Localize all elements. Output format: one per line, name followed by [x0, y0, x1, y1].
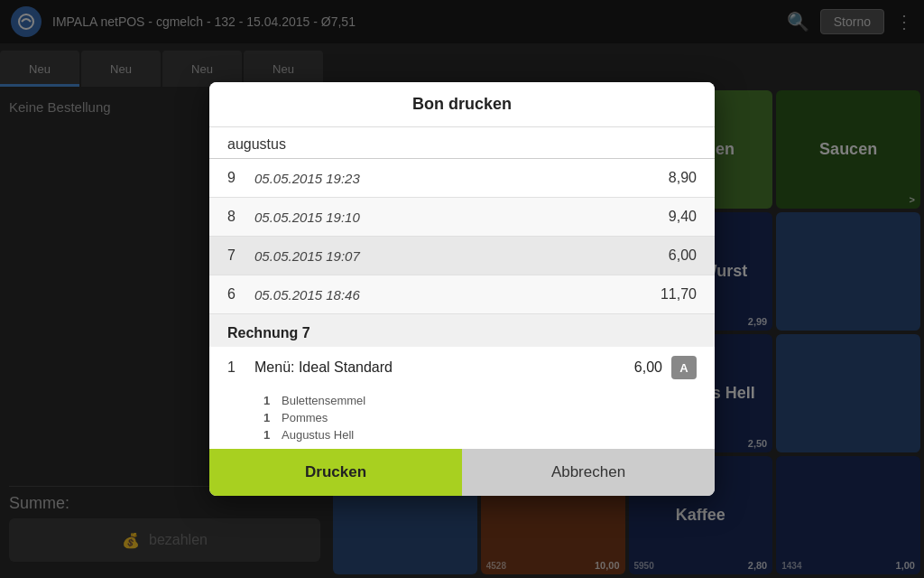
modal-body: augustus 9 05.05.2015 19:23 8,90 8 05.05…	[209, 127, 715, 449]
receipt-num-9: 9	[227, 170, 254, 186]
receipt-row-9[interactable]: 9 05.05.2015 19:23 8,90	[209, 159, 715, 198]
rechnung-qty: 1	[227, 359, 254, 376]
receipt-amount-6: 11,70	[661, 286, 697, 303]
sub-item-1: 1 Bulettensemmel	[263, 392, 697, 409]
receipt-date-8: 05.05.2015 19:10	[254, 210, 669, 225]
receipt-num-7: 7	[227, 247, 254, 264]
receipt-date-7: 05.05.2015 19:07	[254, 248, 669, 264]
waiter-name: augustus	[209, 127, 715, 159]
rechnung-item: 1 Menü: Ideal Standard 6,00 A	[209, 347, 715, 388]
sub-item-2: 1 Pommes	[263, 409, 697, 426]
modal-footer: Drucken Abbrechen	[209, 449, 715, 496]
receipt-date-9: 05.05.2015 19:23	[254, 171, 669, 186]
receipt-amount-9: 8,90	[669, 170, 697, 186]
receipt-amount-8: 9,40	[669, 209, 697, 225]
rechnung-header: Rechnung 7	[209, 314, 715, 347]
drucken-button[interactable]: Drucken	[209, 449, 462, 496]
rechnung-badge: A	[671, 356, 697, 379]
abbrechen-button[interactable]: Abbrechen	[462, 449, 715, 496]
receipt-date-6: 05.05.2015 18:46	[254, 287, 661, 303]
modal-overlay: Bon drucken augustus 9 05.05.2015 19:23 …	[0, 0, 924, 578]
sub-items: 1 Bulettensemmel 1 Pommes 1 Augustus Hel…	[209, 388, 715, 449]
rechnung-name: Menü: Ideal Standard	[254, 359, 634, 376]
bon-drucken-modal: Bon drucken augustus 9 05.05.2015 19:23 …	[209, 82, 715, 496]
receipt-num-6: 6	[227, 286, 254, 303]
rechnung-price: 6,00	[634, 359, 662, 376]
sub-item-3: 1 Augustus Hell	[263, 426, 697, 443]
receipt-num-8: 8	[227, 209, 254, 225]
receipt-row-7[interactable]: 7 05.05.2015 19:07 6,00	[209, 237, 715, 275]
receipt-row-6[interactable]: 6 05.05.2015 18:46 11,70	[209, 275, 715, 314]
receipt-row-8[interactable]: 8 05.05.2015 19:10 9,40	[209, 198, 715, 237]
receipt-amount-7: 6,00	[669, 247, 697, 264]
modal-title: Bon drucken	[209, 82, 715, 127]
